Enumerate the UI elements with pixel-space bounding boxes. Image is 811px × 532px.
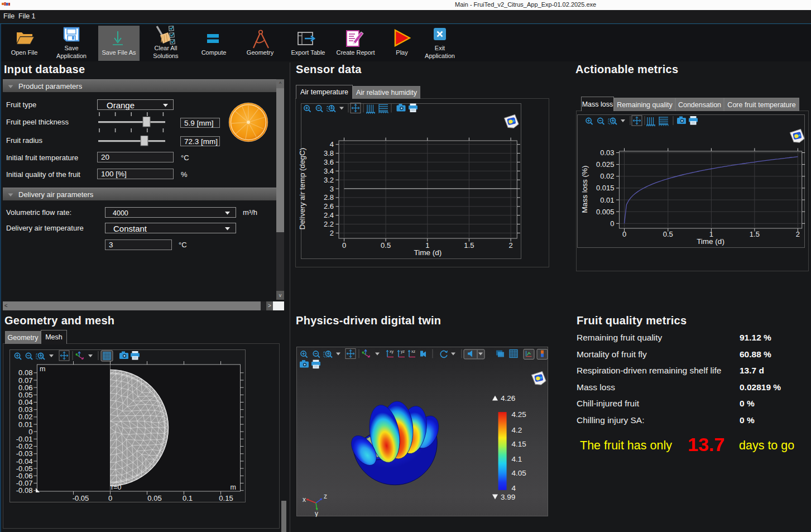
svg-text:0.005: 0.005 bbox=[596, 208, 615, 216]
svg-text:0.01: 0.01 bbox=[600, 196, 614, 204]
svg-text:3.99: 3.99 bbox=[501, 493, 515, 501]
svg-text:2.4: 2.4 bbox=[324, 211, 334, 219]
svg-text:m: m bbox=[231, 483, 236, 491]
svg-text:2: 2 bbox=[330, 229, 334, 237]
svg-text:Time (d): Time (d) bbox=[697, 237, 724, 246]
svg-text:0: 0 bbox=[610, 219, 614, 228]
svg-text:y: y bbox=[315, 510, 318, 517]
svg-text:1.5: 1.5 bbox=[464, 241, 474, 250]
svg-text:4.25: 4.25 bbox=[512, 410, 526, 419]
svg-text:Mass loss (%): Mass loss (%) bbox=[580, 166, 589, 213]
svg-text:-0.05: -0.05 bbox=[73, 494, 89, 502]
svg-text:0.025: 0.025 bbox=[596, 160, 615, 169]
svg-text:2.2: 2.2 bbox=[324, 220, 334, 228]
svg-text:xy: xy bbox=[390, 349, 394, 354]
svg-text:4: 4 bbox=[330, 140, 334, 148]
svg-text:m: m bbox=[40, 365, 45, 373]
svg-text:-0.08: -0.08 bbox=[16, 486, 33, 495]
svg-text:0: 0 bbox=[108, 494, 112, 502]
svg-text:0: 0 bbox=[342, 241, 346, 250]
svg-text:0.015: 0.015 bbox=[596, 184, 615, 192]
svg-text:Delivery air temp (degC): Delivery air temp (degC) bbox=[298, 148, 306, 229]
svg-text:3.2: 3.2 bbox=[324, 176, 334, 184]
svg-text:0.5: 0.5 bbox=[663, 230, 673, 238]
svg-text:0.03: 0.03 bbox=[600, 148, 614, 157]
svg-text:0.15: 0.15 bbox=[219, 494, 233, 502]
svg-text:3.4: 3.4 bbox=[324, 167, 334, 175]
svg-text:2: 2 bbox=[796, 230, 800, 238]
svg-text:yz: yz bbox=[401, 349, 405, 354]
svg-text:4.05: 4.05 bbox=[512, 469, 526, 477]
svg-text:z: z bbox=[324, 492, 327, 500]
svg-text:2: 2 bbox=[508, 241, 512, 250]
svg-text:0.1: 0.1 bbox=[183, 494, 193, 502]
svg-text:3: 3 bbox=[330, 185, 334, 193]
svg-text:x: x bbox=[303, 496, 306, 504]
svg-text:0.05: 0.05 bbox=[147, 494, 161, 502]
svg-text:4.2: 4.2 bbox=[512, 426, 522, 434]
svg-text:xz: xz bbox=[411, 349, 416, 353]
svg-text:1.5: 1.5 bbox=[750, 230, 760, 238]
svg-text:2.6: 2.6 bbox=[324, 202, 334, 210]
svg-text:3.8: 3.8 bbox=[324, 149, 334, 157]
svg-text:Time (d): Time (d) bbox=[414, 248, 442, 257]
svg-text:4.15: 4.15 bbox=[512, 440, 526, 448]
svg-text:4.1: 4.1 bbox=[512, 455, 522, 463]
svg-text:0.02: 0.02 bbox=[600, 172, 614, 180]
svg-text:0.5: 0.5 bbox=[381, 241, 391, 250]
svg-text:0: 0 bbox=[622, 230, 626, 238]
svg-text:4: 4 bbox=[512, 484, 516, 492]
svg-text:2.8: 2.8 bbox=[324, 193, 334, 202]
svg-text:4.26: 4.26 bbox=[501, 394, 515, 402]
svg-text:r=0: r=0 bbox=[111, 483, 121, 491]
svg-text:3.6: 3.6 bbox=[324, 158, 334, 166]
